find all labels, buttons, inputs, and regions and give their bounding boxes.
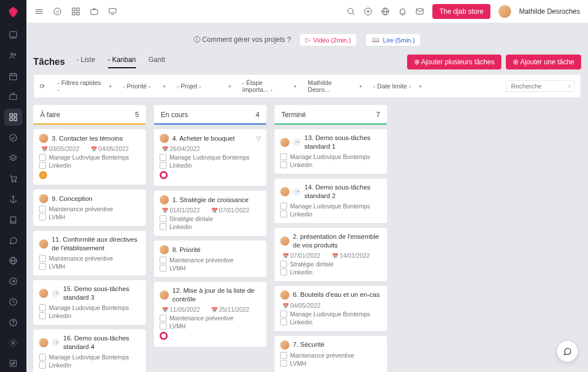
task-card[interactable]: 11. Conformité aux directives de l'établ… [33, 231, 146, 276]
search-input[interactable] [506, 80, 575, 92]
add-multiple-button[interactable]: ⊕ Ajouter plusieurs tâches [407, 55, 502, 69]
task-card[interactable]: ⇢16. Demo sous-tâches standard 4Mariage … [33, 330, 146, 372]
filter-stage[interactable]: - Étape importa... -▾ [238, 78, 301, 94]
card-company: LVMH [280, 360, 381, 367]
card-date-end: 04/05/2022 [91, 145, 129, 152]
priority-badge: ↑ [39, 171, 47, 179]
card-project: Mariage Ludovique Bontemps [160, 154, 261, 161]
svg-point-15 [15, 181, 16, 183]
assignee-avatar [39, 338, 48, 347]
card-project: Mariage Ludovique Bontemps [280, 311, 381, 317]
nav-settings[interactable] [4, 335, 22, 352]
filter-user[interactable]: Mathilde Desro...▾ [303, 78, 366, 94]
filter-quick[interactable]: - Filtres rapides -▾ [53, 78, 116, 94]
monitor-icon[interactable] [108, 7, 117, 16]
add-icon[interactable] [363, 7, 373, 16]
nav-cart[interactable] [4, 170, 22, 188]
help-bar: ⓘ Comment gérer vos projets ? ▷ Vidéo (2… [33, 29, 581, 55]
briefcase-icon[interactable] [90, 7, 99, 16]
tab-list[interactable]: - Liste [76, 56, 95, 68]
card-date-start: 26/04/2022 [162, 145, 200, 152]
card-company: LVMH [39, 263, 140, 270]
subtask-icon: ⇢ [293, 138, 301, 146]
filter-deadline[interactable]: - Date limite - ▾ [369, 82, 426, 91]
card-project: Maintenance préventive [160, 257, 261, 264]
task-card[interactable]: ⇢15. Demo sous-tâches standard 3Mariage … [33, 280, 146, 325]
task-card[interactable]: 1. Stratégie de croissance01/01/202207/0… [154, 191, 266, 236]
task-card[interactable]: 3. Contacter les témoins03/05/202204/05/… [33, 129, 146, 185]
svg-point-13 [10, 134, 17, 141]
assignee-avatar [280, 290, 289, 300]
nav-book[interactable] [4, 211, 22, 228]
filter-icon: ▽ [256, 135, 261, 142]
avatar[interactable] [498, 5, 511, 18]
column-todo: À faire5 3. Contacter les témoins03/05/2… [33, 105, 146, 372]
card-title: 2. présentation de l'ensemble de vos pro… [293, 232, 381, 250]
card-date-end: 25/11/2022 [211, 306, 249, 313]
filter-priority[interactable]: - Priorité -▾ [118, 82, 170, 91]
search-icon[interactable] [346, 7, 355, 16]
assignee-avatar [160, 134, 169, 143]
task-card[interactable]: 7. SécuritéMaintenance préventiveLVMH [274, 336, 387, 372]
assignee-avatar [280, 138, 289, 147]
nav-export[interactable] [4, 273, 22, 290]
card-project: Mariage Ludovique Bontemps [280, 153, 381, 160]
apps-icon[interactable] [71, 7, 80, 16]
svg-rect-34 [76, 8, 79, 11]
svg-line-41 [353, 13, 354, 14]
nav-layers[interactable] [4, 150, 22, 167]
card-date-start: 11/05/2022 [162, 306, 200, 313]
bell-icon[interactable] [398, 7, 407, 16]
task-card[interactable]: 2. présentation de l'ensemble de vos pro… [274, 228, 387, 281]
assignee-avatar [39, 289, 48, 298]
menu-icon[interactable] [34, 7, 44, 16]
assignee-avatar [39, 194, 48, 203]
target-badge [160, 171, 168, 179]
nav-anchor[interactable] [4, 191, 22, 208]
username: Mathilde Desroches [519, 7, 580, 16]
nav-globe[interactable] [4, 253, 22, 270]
fab-chat[interactable] [557, 341, 578, 362]
assignee-avatar [280, 187, 289, 196]
card-title: 4. Acheter le bouquet [172, 134, 235, 143]
nav-clock[interactable] [4, 293, 22, 311]
tab-kanban[interactable]: - Kanban [108, 56, 136, 68]
svg-rect-35 [72, 12, 75, 15]
svg-point-27 [12, 342, 14, 344]
task-card[interactable]: 12. Mise à jour de la liste de contrôle1… [154, 282, 266, 347]
nav-grid[interactable] [4, 108, 22, 126]
nav-help[interactable] [4, 314, 22, 331]
nav-dashboard[interactable] [4, 26, 22, 44]
card-title: 14. Demo sous-tâches standard 2 [304, 183, 381, 200]
filter-project[interactable]: - Projet -▾ [172, 82, 235, 91]
nav-people[interactable] [4, 47, 22, 64]
card-company: LVMH [160, 265, 261, 272]
refresh-icon[interactable]: ⟳ [40, 83, 45, 90]
card-title: 7. Sécurité [293, 340, 324, 349]
svg-point-3 [14, 53, 16, 55]
task-card[interactable]: ⇢14. Demo sous-tâches standard 2Mariage … [274, 179, 387, 223]
help-read-chip[interactable]: 📖 Lire (5min.) [365, 33, 421, 46]
nav-briefcase[interactable] [4, 88, 22, 106]
nav-check[interactable] [4, 129, 22, 146]
card-company: Linkedin [280, 211, 381, 218]
globe-icon[interactable] [381, 7, 390, 16]
nav-calendar[interactable] [4, 68, 22, 85]
add-one-button[interactable]: ⊕ Ajouter une tâche [506, 55, 581, 69]
mail-icon[interactable] [415, 7, 424, 16]
store-button[interactable]: The djab store [432, 4, 490, 19]
svg-point-16 [13, 196, 14, 197]
task-card[interactable]: 8. PrioritéMaintenance préventiveLVMH [154, 241, 266, 277]
task-card[interactable]: ⇢13. Demo sous-tâches standard 1Mariage … [274, 129, 387, 174]
card-date-end: 07/01/2022 [211, 207, 249, 214]
nav-edit[interactable] [4, 355, 22, 372]
svg-point-2 [11, 53, 13, 55]
task-card[interactable]: 9. ConceptionMaintenance préventiveLVMH [33, 189, 146, 226]
tab-gantt[interactable]: Gantt [149, 56, 165, 68]
check-circle-icon[interactable] [53, 7, 62, 16]
card-company: Linkedin [160, 223, 261, 230]
task-card[interactable]: 6. Bouteils d'eau et un en-cas04/05/2022… [274, 286, 387, 331]
nav-chat[interactable] [4, 232, 22, 249]
help-video-chip[interactable]: ▷ Vidéo (2min.) [299, 33, 357, 46]
task-card[interactable]: 4. Acheter le bouquet▽26/04/2022Mariage … [154, 129, 266, 186]
